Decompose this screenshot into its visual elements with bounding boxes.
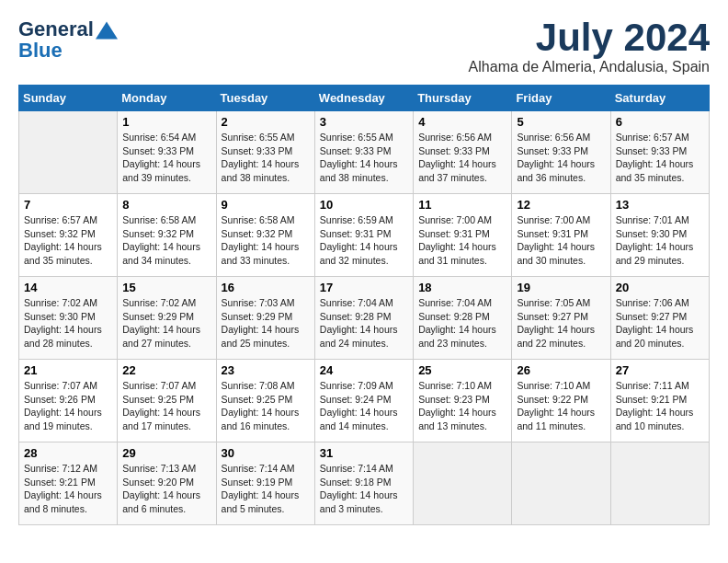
day-number: 30 [222, 446, 310, 460]
calendar-cell: 5Sunrise: 6:56 AM Sunset: 9:33 PM Daylig… [512, 111, 610, 194]
day-info: Sunrise: 7:12 AM Sunset: 9:21 PM Dayligh… [24, 462, 112, 516]
calendar-cell [610, 442, 709, 525]
calendar-cell: 27Sunrise: 7:11 AM Sunset: 9:21 PM Dayli… [610, 360, 709, 442]
day-info: Sunrise: 6:58 AM Sunset: 9:32 PM Dayligh… [122, 213, 210, 268]
day-number: 28 [24, 446, 112, 460]
day-number: 17 [320, 281, 408, 294]
week-row-3: 14Sunrise: 7:02 AM Sunset: 9:30 PM Dayli… [19, 277, 710, 360]
day-number: 25 [418, 363, 506, 377]
calendar-cell: 2Sunrise: 6:55 AM Sunset: 9:33 PM Daylig… [216, 111, 314, 194]
day-info: Sunrise: 7:03 AM Sunset: 9:29 PM Dayligh… [222, 296, 310, 350]
day-info: Sunrise: 7:01 AM Sunset: 9:30 PM Dayligh… [616, 213, 704, 268]
calendar-cell: 17Sunrise: 7:04 AM Sunset: 9:28 PM Dayli… [314, 277, 413, 360]
day-number: 24 [320, 363, 408, 377]
day-info: Sunrise: 7:14 AM Sunset: 9:18 PM Dayligh… [320, 462, 408, 516]
day-number: 31 [320, 446, 408, 460]
day-number: 15 [122, 281, 210, 294]
day-number: 2 [222, 115, 310, 129]
calendar-cell: 1Sunrise: 6:54 AM Sunset: 9:33 PM Daylig… [118, 111, 216, 194]
day-info: Sunrise: 6:58 AM Sunset: 9:32 PM Dayligh… [222, 213, 310, 268]
day-number: 11 [418, 198, 506, 212]
calendar-cell [19, 111, 118, 194]
day-number: 8 [122, 198, 210, 212]
day-number: 23 [222, 363, 310, 377]
day-info: Sunrise: 7:00 AM Sunset: 9:31 PM Dayligh… [418, 213, 506, 268]
svg-marker-0 [96, 22, 118, 40]
calendar-cell: 26Sunrise: 7:10 AM Sunset: 9:22 PM Dayli… [512, 360, 610, 442]
calendar-cell: 3Sunrise: 6:55 AM Sunset: 9:33 PM Daylig… [314, 111, 413, 194]
calendar-cell: 18Sunrise: 7:04 AM Sunset: 9:28 PM Dayli… [414, 277, 512, 360]
day-number: 3 [320, 115, 408, 129]
week-row-5: 28Sunrise: 7:12 AM Sunset: 9:21 PM Dayli… [19, 442, 710, 525]
column-header-friday: Friday [512, 86, 610, 111]
calendar-cell: 29Sunrise: 7:13 AM Sunset: 9:20 PM Dayli… [118, 442, 216, 525]
day-info: Sunrise: 7:02 AM Sunset: 9:29 PM Dayligh… [122, 296, 210, 350]
logo: General Blue [18, 18, 118, 62]
day-info: Sunrise: 6:56 AM Sunset: 9:33 PM Dayligh… [517, 131, 605, 185]
day-number: 22 [122, 363, 210, 377]
location-title: Alhama de Almeria, Andalusia, Spain [469, 59, 710, 75]
column-header-tuesday: Tuesday [216, 86, 314, 111]
column-header-saturday: Saturday [610, 86, 709, 111]
day-info: Sunrise: 6:57 AM Sunset: 9:32 PM Dayligh… [24, 213, 112, 268]
calendar-cell [414, 442, 512, 525]
calendar-table: SundayMondayTuesdayWednesdayThursdayFrid… [18, 85, 710, 525]
day-number: 9 [222, 198, 310, 212]
calendar-cell: 20Sunrise: 7:06 AM Sunset: 9:27 PM Dayli… [610, 277, 709, 360]
calendar-cell: 12Sunrise: 7:00 AM Sunset: 9:31 PM Dayli… [512, 194, 610, 277]
calendar-cell: 28Sunrise: 7:12 AM Sunset: 9:21 PM Dayli… [19, 442, 118, 525]
day-number: 10 [320, 198, 408, 212]
calendar-cell: 14Sunrise: 7:02 AM Sunset: 9:30 PM Dayli… [19, 277, 118, 360]
title-section: July 2024 Alhama de Almeria, Andalusia, … [469, 18, 710, 75]
calendar-cell: 4Sunrise: 6:56 AM Sunset: 9:33 PM Daylig… [414, 111, 512, 194]
column-header-wednesday: Wednesday [314, 86, 413, 111]
page-header: General Blue July 2024 Alhama de Almeria… [18, 18, 710, 75]
calendar-cell: 16Sunrise: 7:03 AM Sunset: 9:29 PM Dayli… [216, 277, 314, 360]
calendar-cell: 24Sunrise: 7:09 AM Sunset: 9:24 PM Dayli… [314, 360, 413, 442]
header-row: SundayMondayTuesdayWednesdayThursdayFrid… [19, 86, 710, 111]
day-info: Sunrise: 7:05 AM Sunset: 9:27 PM Dayligh… [517, 296, 605, 350]
day-number: 7 [24, 198, 112, 212]
column-header-monday: Monday [118, 86, 216, 111]
day-info: Sunrise: 7:13 AM Sunset: 9:20 PM Dayligh… [122, 462, 210, 516]
calendar-cell: 23Sunrise: 7:08 AM Sunset: 9:25 PM Dayli… [216, 360, 314, 442]
day-info: Sunrise: 7:14 AM Sunset: 9:19 PM Dayligh… [222, 462, 310, 516]
calendar-cell: 7Sunrise: 6:57 AM Sunset: 9:32 PM Daylig… [19, 194, 118, 277]
calendar-cell: 19Sunrise: 7:05 AM Sunset: 9:27 PM Dayli… [512, 277, 610, 360]
calendar-cell: 31Sunrise: 7:14 AM Sunset: 9:18 PM Dayli… [314, 442, 413, 525]
day-number: 1 [122, 115, 210, 129]
calendar-cell: 21Sunrise: 7:07 AM Sunset: 9:26 PM Dayli… [19, 360, 118, 442]
day-info: Sunrise: 7:02 AM Sunset: 9:30 PM Dayligh… [24, 296, 112, 350]
day-number: 14 [24, 281, 112, 294]
day-number: 13 [616, 198, 704, 212]
day-number: 18 [418, 281, 506, 294]
week-row-4: 21Sunrise: 7:07 AM Sunset: 9:26 PM Dayli… [19, 360, 710, 442]
day-info: Sunrise: 7:10 AM Sunset: 9:22 PM Dayligh… [517, 379, 605, 433]
day-number: 20 [616, 281, 704, 294]
day-info: Sunrise: 6:55 AM Sunset: 9:33 PM Dayligh… [320, 131, 408, 185]
day-number: 27 [616, 363, 704, 377]
day-info: Sunrise: 7:09 AM Sunset: 9:24 PM Dayligh… [320, 379, 408, 433]
calendar-cell: 11Sunrise: 7:00 AM Sunset: 9:31 PM Dayli… [414, 194, 512, 277]
calendar-cell: 13Sunrise: 7:01 AM Sunset: 9:30 PM Dayli… [610, 194, 709, 277]
day-number: 16 [222, 281, 310, 294]
day-info: Sunrise: 7:07 AM Sunset: 9:26 PM Dayligh… [24, 379, 112, 433]
calendar-cell: 10Sunrise: 6:59 AM Sunset: 9:31 PM Dayli… [314, 194, 413, 277]
day-info: Sunrise: 6:57 AM Sunset: 9:33 PM Dayligh… [616, 131, 704, 185]
day-info: Sunrise: 7:00 AM Sunset: 9:31 PM Dayligh… [517, 213, 605, 268]
week-row-1: 1Sunrise: 6:54 AM Sunset: 9:33 PM Daylig… [19, 111, 710, 194]
calendar-cell [512, 442, 610, 525]
day-info: Sunrise: 7:04 AM Sunset: 9:28 PM Dayligh… [418, 296, 506, 350]
day-number: 29 [122, 446, 210, 460]
day-number: 26 [517, 363, 605, 377]
day-info: Sunrise: 7:07 AM Sunset: 9:25 PM Dayligh… [122, 379, 210, 433]
logo-subtext: Blue [18, 40, 118, 62]
day-info: Sunrise: 6:56 AM Sunset: 9:33 PM Dayligh… [418, 131, 506, 185]
day-number: 12 [517, 198, 605, 212]
day-info: Sunrise: 7:04 AM Sunset: 9:28 PM Dayligh… [320, 296, 408, 350]
day-number: 21 [24, 363, 112, 377]
week-row-2: 7Sunrise: 6:57 AM Sunset: 9:32 PM Daylig… [19, 194, 710, 277]
day-info: Sunrise: 7:10 AM Sunset: 9:23 PM Dayligh… [418, 379, 506, 433]
day-number: 4 [418, 115, 506, 129]
calendar-cell: 25Sunrise: 7:10 AM Sunset: 9:23 PM Dayli… [414, 360, 512, 442]
